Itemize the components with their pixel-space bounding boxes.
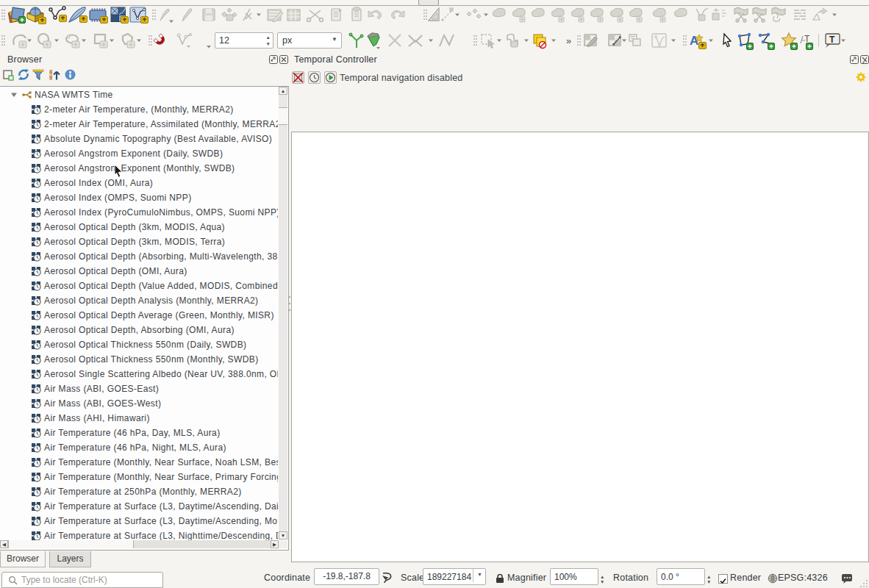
svg-text:T: T: [829, 35, 835, 45]
svg-text:T: T: [804, 34, 810, 44]
svg-text:»: »: [566, 35, 571, 46]
